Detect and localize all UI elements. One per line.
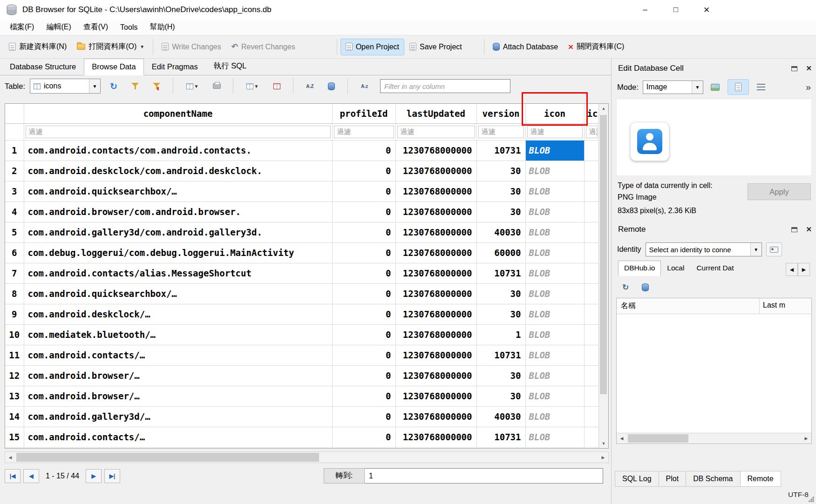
cell-version[interactable]: 30 bbox=[476, 283, 525, 304]
cell-profileId[interactable]: 0 bbox=[332, 181, 395, 202]
tab-edit-pragmas[interactable]: Edit Pragmas bbox=[144, 59, 206, 75]
open-project-button[interactable]: Open Project bbox=[340, 39, 404, 55]
scroll-up-icon[interactable]: ▲ bbox=[599, 104, 608, 113]
cell-icon[interactable]: BLOB bbox=[525, 345, 584, 365]
cell-extra[interactable] bbox=[584, 386, 599, 406]
text-mode-button[interactable] bbox=[728, 79, 749, 95]
cell-icon[interactable]: BLOB bbox=[525, 283, 584, 304]
cell-profileId[interactable]: 0 bbox=[332, 263, 395, 283]
tab-browse-data[interactable]: Browse Data bbox=[84, 59, 143, 75]
cell-lastUpdated[interactable]: 1230768000000 bbox=[395, 324, 476, 345]
filter-profileId[interactable]: 過濾 bbox=[334, 126, 394, 138]
cell-profileId[interactable]: 0 bbox=[332, 222, 395, 242]
cell-extra[interactable] bbox=[584, 406, 599, 427]
close-database-button[interactable]: × 關閉資料庫(C) bbox=[563, 38, 629, 56]
cell-extra[interactable] bbox=[584, 324, 599, 345]
filter-button[interactable] bbox=[127, 78, 143, 94]
column-header-icon[interactable]: icon bbox=[525, 104, 584, 123]
cell-extra[interactable] bbox=[584, 283, 599, 304]
cell-version[interactable]: 10731 bbox=[476, 345, 525, 365]
cell-componentName[interactable]: com.android.browser/… bbox=[24, 365, 332, 386]
new-database-button[interactable]: 新建資料庫(N) bbox=[4, 38, 72, 56]
remote-scroll-thumb[interactable] bbox=[628, 434, 688, 443]
cell-extra[interactable] bbox=[584, 304, 599, 324]
delete-record-button[interactable] bbox=[268, 78, 285, 94]
filter-lastUpdated[interactable]: 過濾 bbox=[397, 126, 475, 138]
cell-lastUpdated[interactable]: 1230768000000 bbox=[395, 283, 476, 304]
revert-changes-button[interactable]: ↶ Revert Changes bbox=[226, 39, 300, 55]
cell-extra[interactable] bbox=[584, 161, 599, 181]
cell-profileId[interactable]: 0 bbox=[332, 386, 395, 406]
float-panel-icon[interactable] bbox=[791, 227, 797, 232]
remote-file-list[interactable]: 名稱 Last m ◀ ▶ bbox=[616, 298, 812, 444]
cell-icon[interactable]: BLOB bbox=[525, 324, 584, 345]
cell-extra[interactable] bbox=[584, 263, 599, 283]
remote-clone-button[interactable] bbox=[639, 281, 652, 293]
goto-input[interactable] bbox=[365, 468, 603, 484]
next-record-button[interactable]: ▶ bbox=[86, 469, 102, 483]
sort-asc-button[interactable]: A↓Z bbox=[301, 78, 318, 94]
cell-version[interactable]: 30 bbox=[476, 202, 525, 222]
cell-profileId[interactable]: 0 bbox=[332, 304, 395, 324]
prev-record-button[interactable]: ◀ bbox=[23, 469, 39, 483]
cell-icon[interactable]: BLOB bbox=[525, 140, 584, 161]
cell-icon[interactable]: BLOB bbox=[525, 406, 584, 427]
remote-column-name[interactable]: 名稱 bbox=[621, 301, 636, 311]
cell-icon[interactable]: BLOB bbox=[525, 161, 584, 181]
cell-version[interactable]: 10731 bbox=[476, 263, 525, 283]
cell-profileId[interactable]: 0 bbox=[332, 283, 395, 304]
cell-lastUpdated[interactable]: 1230768000000 bbox=[395, 365, 476, 386]
filter-extra[interactable]: 過濾 bbox=[586, 126, 598, 138]
tab-scroll-left-icon[interactable]: ◀ bbox=[786, 263, 798, 276]
scroll-down-icon[interactable]: ▼ bbox=[599, 439, 608, 448]
horizontal-scrollbar[interactable]: ◀ ▶ bbox=[5, 451, 609, 463]
sort-edit-button[interactable]: A↓z bbox=[356, 78, 373, 94]
filter-any-column-input[interactable] bbox=[380, 79, 510, 93]
cell-icon[interactable]: BLOB bbox=[525, 304, 584, 324]
close-button[interactable]: ✕ bbox=[691, 0, 722, 20]
cell-version[interactable]: 30 bbox=[476, 161, 525, 181]
cell-extra[interactable] bbox=[584, 140, 599, 161]
remote-tab-local[interactable]: Local bbox=[661, 261, 690, 276]
cell-lastUpdated[interactable]: 1230768000000 bbox=[395, 304, 476, 324]
menu-file[interactable]: 檔案(F) bbox=[4, 20, 40, 35]
goto-button[interactable]: 轉到: bbox=[324, 468, 365, 484]
open-database-dropdown-icon[interactable]: ▼ bbox=[140, 44, 144, 49]
write-changes-button[interactable]: Write Changes bbox=[156, 39, 226, 55]
cell-profileId[interactable]: 0 bbox=[332, 324, 395, 345]
cell-componentName[interactable]: com.android.contacts/alias.MessageShortc… bbox=[24, 263, 332, 283]
filter-icon[interactable]: 過濾 bbox=[527, 126, 583, 138]
cell-version[interactable]: 60000 bbox=[476, 242, 525, 263]
cell-version[interactable]: 10731 bbox=[476, 427, 525, 447]
cell-lastUpdated[interactable]: 1230768000000 bbox=[395, 406, 476, 427]
cell-profileId[interactable]: 0 bbox=[332, 140, 395, 161]
tab-sql-log[interactable]: SQL Log bbox=[615, 471, 659, 487]
cell-extra[interactable] bbox=[584, 181, 599, 202]
cell-icon[interactable]: BLOB bbox=[525, 181, 584, 202]
close-panel-icon[interactable]: ✕ bbox=[806, 225, 812, 234]
cell-icon[interactable]: BLOB bbox=[525, 365, 584, 386]
cell-profileId[interactable]: 0 bbox=[332, 161, 395, 181]
minimize-button[interactable]: – bbox=[630, 0, 660, 20]
cell-extra[interactable] bbox=[584, 345, 599, 365]
chevron-down-icon[interactable]: ▼ bbox=[750, 243, 762, 256]
close-panel-icon[interactable]: ✕ bbox=[806, 64, 812, 73]
attach-database-button[interactable]: Attach Database bbox=[488, 39, 563, 55]
cell-extra[interactable] bbox=[584, 222, 599, 242]
cell-version[interactable]: 30 bbox=[476, 386, 525, 406]
cell-lastUpdated[interactable]: 1230768000000 bbox=[395, 140, 476, 161]
overflow-chevron-icon[interactable]: » bbox=[806, 82, 811, 93]
cell-componentName[interactable]: com.android.gallery3d/com.android.galler… bbox=[24, 222, 332, 242]
first-record-button[interactable]: |◀ bbox=[5, 469, 20, 483]
cell-extra[interactable] bbox=[584, 202, 599, 222]
cell-version[interactable]: 40030 bbox=[476, 406, 525, 427]
identity-settings-button[interactable] bbox=[766, 242, 782, 256]
cell-profileId[interactable]: 0 bbox=[332, 427, 395, 447]
menu-tools[interactable]: Tools bbox=[114, 20, 143, 34]
vertical-scroll-thumb[interactable] bbox=[600, 115, 607, 394]
float-panel-icon[interactable] bbox=[791, 66, 797, 71]
cell-version[interactable]: 40030 bbox=[476, 222, 525, 242]
tab-db-schema[interactable]: DB Schema bbox=[686, 471, 740, 487]
open-database-button[interactable]: 打開資料庫(O) ▼ bbox=[72, 38, 150, 56]
cell-componentName[interactable]: com.debug.loggerui/com.debug.loggerui.Ma… bbox=[24, 242, 332, 263]
